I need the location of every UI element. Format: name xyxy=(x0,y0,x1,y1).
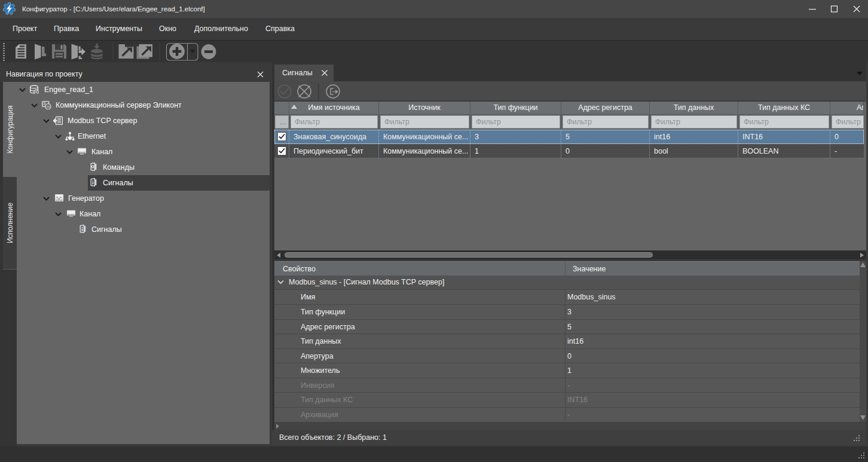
svg-text:cs: cs xyxy=(46,105,50,108)
